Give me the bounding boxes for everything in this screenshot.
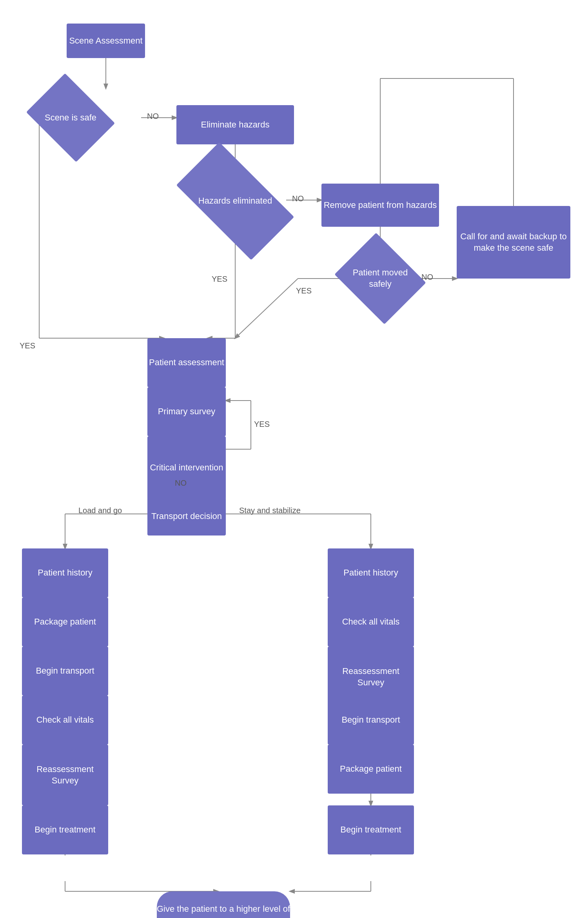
right-check-vitals-box: Check all vitals	[328, 597, 414, 647]
left-patient-history-box: Patient history	[22, 548, 108, 597]
no-label-scene-safe: NO	[147, 112, 159, 121]
load-go-label: Load and go	[78, 506, 122, 515]
give-patient-terminal: Give the patient to a higher level of ca…	[157, 891, 290, 918]
critical-intervention-label: Critical intervention	[150, 462, 223, 474]
transport-decision-box: Transport decision	[147, 497, 226, 536]
right-begin-treatment-box: Begin treatment	[328, 805, 414, 854]
scene-assessment-box: Scene Assessment	[67, 24, 145, 58]
eliminate-hazards-box: Eliminate hazards	[176, 105, 294, 144]
stay-stabilize-label: Stay and stabilize	[239, 506, 301, 515]
right-patient-history-label: Patient history	[343, 567, 398, 579]
left-begin-transport-label: Begin transport	[36, 665, 94, 677]
yes-label-patient-moved: YES	[296, 286, 312, 295]
scene-is-safe-diamond: Scene is safe	[35, 90, 106, 145]
patient-moved-safely-diamond-shape	[334, 233, 426, 324]
remove-patient-label: Remove patient from hazards	[324, 200, 437, 211]
right-reassessment-label: Reassessment Survey	[328, 666, 414, 688]
no-label-patient-moved: NO	[421, 273, 433, 282]
hazards-eliminated-diamond-shape	[176, 142, 294, 260]
right-begin-transport-label: Begin transport	[341, 714, 400, 726]
transport-decision-label: Transport decision	[151, 511, 222, 522]
scene-is-safe-diamond-shape	[26, 73, 115, 162]
svg-line-11	[235, 279, 298, 338]
eliminate-hazards-label: Eliminate hazards	[201, 119, 270, 131]
right-package-patient-label: Package patient	[340, 763, 402, 775]
yes-label-critical: YES	[254, 420, 270, 429]
critical-intervention-box: Critical intervention	[147, 436, 226, 499]
left-package-patient-label: Package patient	[34, 616, 96, 628]
no-label-critical: NO	[175, 479, 187, 488]
remove-patient-box: Remove patient from hazards	[321, 184, 439, 227]
yes-label-scene-safe: YES	[20, 341, 35, 350]
right-patient-history-box: Patient history	[328, 548, 414, 597]
call-backup-label: Call for and await backup to make the sc…	[457, 231, 570, 253]
patient-assessment-box: Patient assessment	[147, 338, 226, 387]
left-check-vitals-box: Check all vitals	[22, 696, 108, 745]
left-package-patient-box: Package patient	[22, 597, 108, 647]
left-reassessment-label: Reassessment Survey	[22, 764, 108, 786]
left-check-vitals-label: Check all vitals	[36, 714, 94, 726]
left-reassessment-box: Reassessment Survey	[22, 745, 108, 805]
yes-label-hazards: YES	[212, 275, 227, 284]
left-begin-treatment-box: Begin treatment	[22, 805, 108, 854]
patient-assessment-label: Patient assessment	[149, 357, 224, 368]
primary-survey-box: Primary survey	[147, 387, 226, 436]
right-check-vitals-label: Check all vitals	[342, 616, 400, 628]
right-begin-treatment-label: Begin treatment	[340, 824, 401, 836]
left-begin-transport-box: Begin transport	[22, 647, 108, 696]
flowchart: Scene Assessment Scene is safe NO YES El…	[0, 0, 588, 918]
call-backup-box: Call for and await backup to make the sc…	[457, 206, 570, 279]
right-begin-transport-box: Begin transport	[328, 696, 414, 745]
no-label-hazards: NO	[292, 194, 304, 203]
right-package-patient-box: Package patient	[328, 745, 414, 794]
left-patient-history-label: Patient history	[38, 567, 92, 579]
left-begin-treatment-label: Begin treatment	[34, 824, 95, 836]
patient-moved-safely-diamond: Patient moved safely	[345, 249, 416, 308]
primary-survey-label: Primary survey	[158, 406, 216, 417]
hazards-eliminated-diamond: Hazards eliminated	[182, 171, 288, 231]
give-patient-label: Give the patient to a higher level of ca…	[157, 903, 290, 918]
scene-assessment-label: Scene Assessment	[69, 35, 142, 47]
